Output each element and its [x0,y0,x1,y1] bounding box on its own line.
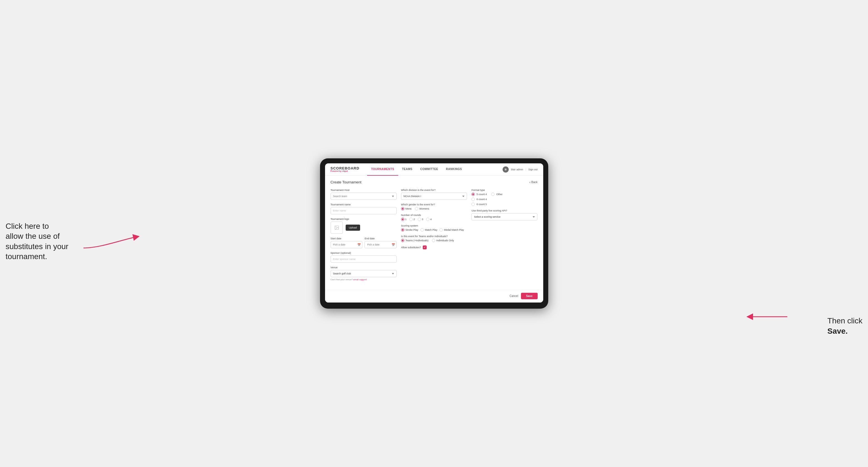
gender-mens-radio[interactable] [401,207,404,210]
navigation: SCOREBOARD Powered by clippd TOURNAMENTS… [325,163,543,176]
form-col-2: Which division is the event for? NCAA Di… [401,189,467,284]
format-5count4[interactable]: 5 count 4 [471,193,487,196]
format-6count4-label: 6 count 4 [476,198,487,201]
round-4[interactable]: 4 [426,218,432,221]
format-other[interactable]: Other [491,193,503,196]
venue-hint: Can't find your venue? email support [331,278,397,281]
annotation-left: Click here to allow the use of substitut… [6,221,68,262]
format-options: 5 count 4 Other 6 count 4 [471,193,537,206]
page-header: Create Tournament ‹ Back [331,180,538,184]
tournament-host-group: Tournament Host [331,189,397,200]
scoring-match-radio[interactable] [421,228,424,231]
teams-group: Is this event for Teams and/or Individua… [401,235,467,242]
round-4-label: 4 [430,218,432,221]
logo-subtitle: Powered by clippd [331,170,360,172]
scoring-stroke[interactable]: Stroke Play [401,228,418,231]
start-date-wrap: 📅 [331,241,363,248]
round-3-label: 3 [422,218,423,221]
format-6count5[interactable]: 6 count 5 [471,203,537,206]
main-content: Create Tournament ‹ Back Tournament Host… [325,176,543,290]
gender-label: Which gender is the event for? [401,203,467,206]
sponsor-input[interactable] [331,255,397,263]
nav-user: B blair admin | Sign out [503,166,537,173]
round-1-radio[interactable] [401,218,404,221]
logo: SCOREBOARD Powered by clippd [331,166,360,172]
svg-point-1 [336,226,336,227]
scoring-match[interactable]: Match Play [421,228,437,231]
scoring-stroke-label: Stroke Play [405,228,418,231]
teams-radio-group: Teams (+Individuals) Individuals Only [401,239,467,242]
format-5count4-radio[interactable] [471,193,475,196]
scoring-group: Scoring system Stroke Play Match Play [401,224,467,231]
round-2[interactable]: 2 [409,218,415,221]
logo-placeholder [331,221,343,234]
format-other-radio[interactable] [491,193,495,196]
save-button[interactable]: Save [521,293,537,299]
form-col-3: Format type 5 count 4 Other [471,189,537,284]
signout-link[interactable]: Sign out [528,168,537,171]
round-4-radio[interactable] [426,218,429,221]
calendar-icon: 📅 [357,243,361,246]
scoring-medal-label: Medal Match Play [444,228,464,231]
gender-mens[interactable]: Mens [401,207,412,210]
scoring-radio-group: Stroke Play Match Play Medal Match Play [401,228,467,231]
sponsor-label: Sponsor (optional) [331,252,397,254]
nav-links: TOURNAMENTS TEAMS COMMITTEE RANKINGS [367,163,503,176]
individuals-only-radio[interactable] [432,239,435,242]
annotation-right: Then click Save. [827,316,862,336]
tournament-name-label: Tournament name [331,203,397,206]
scoring-api-label: Use third-party live scoring API? [471,209,537,212]
rounds-label: Number of rounds [401,214,467,217]
nav-rankings[interactable]: RANKINGS [442,163,466,176]
form-footer: Cancel Save [325,290,543,303]
venue-label: Venue [331,266,397,269]
end-date-wrap: 📅 [365,241,397,248]
format-6count5-radio[interactable] [471,203,475,206]
division-select[interactable]: NCAA Division I [401,193,467,200]
scoring-label: Scoring system [401,224,467,227]
gender-group: Which gender is the event for? Mens Wome… [401,203,467,210]
format-6count4[interactable]: 6 count 4 [471,197,537,201]
teams-plus-label: Teams (+Individuals) [405,239,429,242]
substitutes-wrap: Allow substitutes? [401,246,467,249]
teams-plus[interactable]: Teams (+Individuals) [401,239,429,242]
email-support-link[interactable]: email support [353,278,367,281]
scoring-medal[interactable]: Medal Match Play [439,228,464,231]
nav-committee[interactable]: COMMITTEE [416,163,442,176]
format-6count4-radio[interactable] [471,197,475,201]
scoring-api-select[interactable]: Select a scoring service [471,213,537,220]
cancel-button[interactable]: Cancel [509,294,518,298]
venue-select[interactable]: Search golf club [331,270,397,277]
arrow-right-annotation [746,311,790,322]
form-grid: Tournament Host Tournament name Tourname… [331,189,538,284]
teams-plus-radio[interactable] [401,239,404,242]
tablet-screen: SCOREBOARD Powered by clippd TOURNAMENTS… [325,163,543,303]
tournament-logo-label: Tournament logo [331,218,397,220]
substitutes-checkbox[interactable] [423,246,427,249]
form-col-1: Tournament Host Tournament name Tourname… [331,189,397,284]
round-3[interactable]: 3 [418,218,423,221]
format-6count5-label: 6 count 5 [476,203,487,206]
round-2-radio[interactable] [409,218,413,221]
tournament-name-input[interactable] [331,207,397,214]
nav-teams[interactable]: TEAMS [398,163,416,176]
tournament-host-input[interactable] [331,193,397,200]
nav-tournaments[interactable]: TOURNAMENTS [367,163,398,176]
format-label: Format type [471,189,537,191]
back-button[interactable]: ‹ Back [529,180,537,184]
individuals-only[interactable]: Individuals Only [432,239,454,242]
round-3-radio[interactable] [418,218,421,221]
format-other-label: Other [496,193,503,196]
scoring-medal-radio[interactable] [439,228,443,231]
date-row: Start date 📅 End date 📅 [331,237,397,248]
round-1[interactable]: 1 [401,218,407,221]
sponsor-group: Sponsor (optional) [331,252,397,263]
gender-womens-radio[interactable] [415,207,418,210]
upload-button[interactable]: Upload [346,225,361,231]
user-name: blair admin [511,168,523,171]
scoring-stroke-radio[interactable] [401,228,404,231]
substitutes-group: Allow substitutes? [401,246,467,249]
venue-group: Venue Search golf club Can't find your v… [331,266,397,281]
format-group: Format type 5 count 4 Other [471,189,537,206]
gender-womens[interactable]: Womens [415,207,429,210]
